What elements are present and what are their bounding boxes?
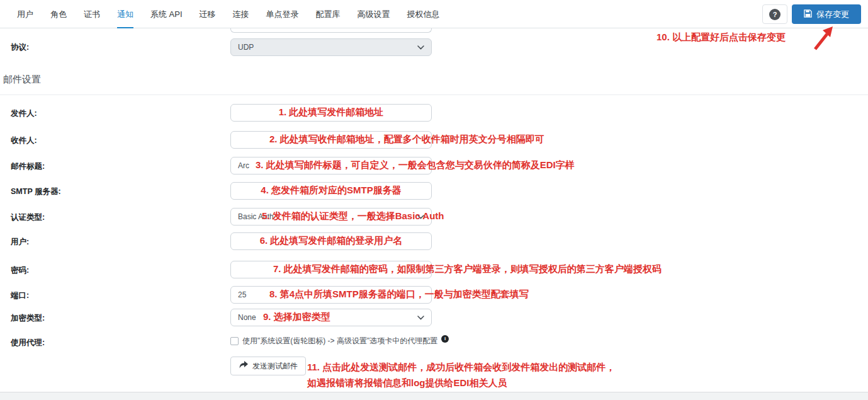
annotation-4: 4. 您发件箱所对应的SMTP服务器 [230, 185, 432, 197]
tab-system-api[interactable]: 系统 API [150, 0, 183, 28]
annotation-11-line1: 11. 点击此处发送测试邮件，成功后收件箱会收到发件箱发出的测试邮件， [307, 359, 615, 375]
annotation-11: 11. 点击此处发送测试邮件，成功后收件箱会收到发件箱发出的测试邮件， 如遇报错… [307, 359, 615, 391]
info-icon[interactable]: i [441, 335, 449, 343]
tab-config-repo[interactable]: 配置库 [316, 0, 341, 28]
user-label: 用户: [11, 237, 29, 248]
tab-connections[interactable]: 连接 [233, 0, 249, 28]
annotation-6: 6. 此处填写发件邮箱的登录用户名 [230, 235, 432, 247]
tab-users[interactable]: 用户 [17, 0, 33, 28]
save-changes-label: 保存变更 [816, 9, 849, 20]
annotation-5: 5. 发件箱的认证类型，一般选择Basic Auth [262, 210, 444, 222]
section-title-email-settings: 邮件设置 [3, 74, 41, 86]
protocol-select-value: UDP [238, 43, 254, 52]
subject-label: 邮件标题: [11, 161, 45, 172]
tab-roles[interactable]: 角色 [50, 0, 67, 28]
use-proxy-checkbox[interactable] [230, 337, 239, 345]
annotation-8: 8. 第4点中所填SMTP服务器的端口，一般与加密类型配套填写 [269, 289, 529, 300]
save-icon [804, 9, 812, 20]
clipped-field-bottom [230, 28, 432, 33]
footer-strip [0, 392, 868, 400]
encryption-label: 加密类型: [11, 313, 45, 324]
use-proxy-checkbox-label: 使用"系统设置(齿轮图标) -> 高级设置"选项卡中的代理配置 [242, 336, 437, 346]
tabs: 用户 角色 证书 通知 系统 API 迁移 连接 单点登录 配置库 高级设置 授… [17, 0, 440, 28]
tab-bar: 用户 角色 证书 通知 系统 API 迁移 连接 单点登录 配置库 高级设置 授… [0, 0, 868, 28]
tab-notifications[interactable]: 通知 [117, 0, 133, 28]
save-changes-button[interactable]: 保存变更 [792, 4, 861, 24]
send-test-email-label: 发送测试邮件 [252, 361, 298, 372]
smtp-server-label: SMTP 服务器: [11, 186, 61, 197]
encryption-select[interactable]: None [230, 309, 432, 326]
tab-advanced-settings[interactable]: 高级设置 [358, 0, 390, 28]
tab-migration[interactable]: 迁移 [200, 0, 216, 28]
annotation-7: 7. 此处填写发件邮箱的密码，如限制第三方客户端登录，则填写授权后的第三方客户端… [273, 263, 662, 275]
chevron-down-icon [417, 313, 424, 322]
annotation-10: 10. 以上配置好后点击保存变更 [657, 31, 786, 43]
section-divider [0, 94, 868, 95]
annotation-11-line2: 如遇报错请将报错信息和log提供给EDI相关人员 [307, 375, 615, 391]
sender-label: 发件人: [11, 108, 37, 119]
use-proxy-label: 使用代理: [11, 338, 45, 348]
header-actions: ? 保存变更 [762, 4, 861, 24]
tab-certificates[interactable]: 证书 [84, 0, 100, 28]
use-proxy-row: 使用"系统设置(齿轮图标) -> 高级设置"选项卡中的代理配置 i [230, 336, 449, 346]
recipient-label: 收件人: [11, 135, 37, 146]
password-label: 密码: [11, 265, 29, 276]
annotation-2: 2. 此处填写收件邮箱地址，配置多个收件箱时用英文分号相隔即可 [269, 134, 544, 146]
send-test-email-button[interactable]: 发送测试邮件 [230, 357, 306, 375]
tab-sso[interactable]: 单点登录 [266, 0, 299, 28]
chevron-down-icon [417, 43, 424, 52]
protocol-label: 协议: [11, 42, 29, 53]
help-icon: ? [769, 9, 781, 20]
port-label: 端口: [11, 290, 29, 301]
annotation-9: 9. 选择加密类型 [263, 311, 330, 323]
tab-license-info[interactable]: 授权信息 [407, 0, 440, 28]
annotation-3: 3. 此处填写邮件标题，可自定义，一般会包含您与交易伙伴的简称及EDI字样 [256, 159, 575, 171]
red-arrow-icon [811, 26, 835, 54]
protocol-select[interactable]: UDP [230, 38, 432, 56]
forward-arrow-icon [239, 361, 248, 371]
help-button[interactable]: ? [762, 4, 787, 24]
encryption-select-value: None [238, 313, 256, 322]
auth-type-label: 认证类型: [11, 212, 45, 223]
settings-page: 协议: UDP 10. 以上配置好后点击保存变更 邮件设置 发件人: 1. 此处… [0, 0, 868, 400]
annotation-1: 1. 此处填写发件邮箱地址 [230, 106, 432, 118]
